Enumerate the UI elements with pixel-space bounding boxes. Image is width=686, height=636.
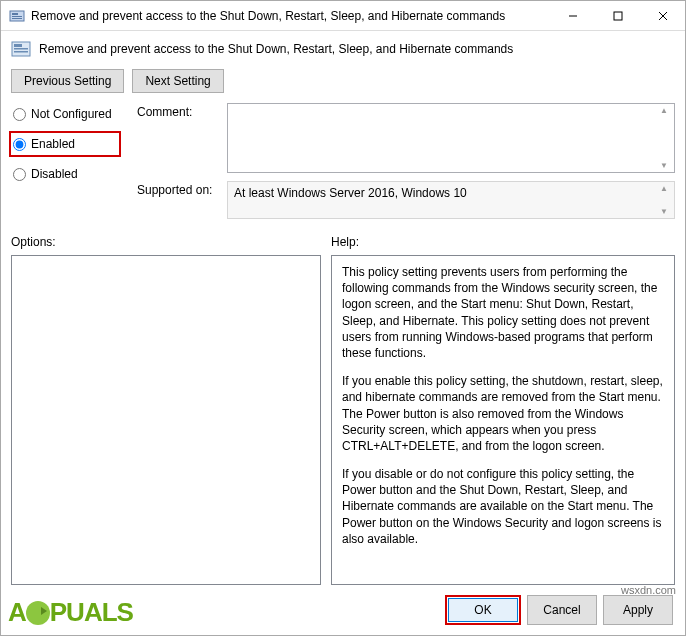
radio-enabled-input[interactable]: [13, 138, 26, 151]
brand-post: PUALS: [50, 597, 133, 627]
radio-enabled-label: Enabled: [31, 137, 75, 151]
policy-icon: [11, 39, 31, 59]
radio-not-configured-label: Not Configured: [31, 107, 112, 121]
svg-rect-9: [14, 44, 22, 47]
brand-pre: A: [8, 597, 26, 627]
svg-rect-2: [12, 16, 22, 17]
comment-scrollbar[interactable]: ▲▼: [656, 106, 672, 170]
svg-rect-10: [14, 48, 28, 50]
cancel-button[interactable]: Cancel: [527, 595, 597, 625]
help-paragraph-2: If you enable this policy setting, the s…: [342, 373, 664, 454]
svg-rect-11: [14, 51, 28, 53]
ok-button[interactable]: OK: [448, 598, 518, 622]
minimize-button[interactable]: [550, 1, 595, 31]
window-title: Remove and prevent access to the Shut Do…: [31, 9, 550, 23]
maximize-button[interactable]: [595, 1, 640, 31]
comment-textarea[interactable]: ▲▼: [227, 103, 675, 173]
radio-enabled[interactable]: Enabled: [11, 135, 113, 153]
close-button[interactable]: [640, 1, 685, 31]
brand-ball-icon: [26, 601, 50, 625]
next-setting-button[interactable]: Next Setting: [132, 69, 223, 93]
brand-watermark: APUALS: [8, 597, 133, 628]
radio-disabled-label: Disabled: [31, 167, 78, 181]
previous-setting-button[interactable]: Previous Setting: [11, 69, 124, 93]
svg-rect-3: [12, 18, 22, 19]
radio-disabled[interactable]: Disabled: [11, 165, 121, 183]
options-label: Options:: [11, 235, 321, 249]
svg-rect-5: [614, 12, 622, 20]
radio-disabled-input[interactable]: [13, 168, 26, 181]
supported-label: Supported on:: [137, 181, 227, 219]
titlebar: Remove and prevent access to the Shut Do…: [1, 1, 685, 31]
supported-scrollbar[interactable]: ▲▼: [656, 184, 672, 216]
radio-not-configured-input[interactable]: [13, 108, 26, 121]
help-label: Help:: [331, 235, 675, 249]
options-panel: [11, 255, 321, 585]
apply-button[interactable]: Apply: [603, 595, 673, 625]
gpedit-icon: [9, 8, 25, 24]
supported-on-box: At least Windows Server 2016, Windows 10…: [227, 181, 675, 219]
supported-on-value: At least Windows Server 2016, Windows 10: [234, 186, 467, 200]
comment-label: Comment:: [137, 103, 227, 173]
help-panel[interactable]: This policy setting prevents users from …: [331, 255, 675, 585]
policy-subtitle: Remove and prevent access to the Shut Do…: [39, 42, 513, 56]
url-watermark: wsxdn.com: [621, 584, 676, 596]
svg-rect-1: [12, 13, 18, 15]
help-paragraph-1: This policy setting prevents users from …: [342, 264, 664, 361]
radio-not-configured[interactable]: Not Configured: [11, 105, 121, 123]
help-paragraph-3: If you disable or do not configure this …: [342, 466, 664, 547]
